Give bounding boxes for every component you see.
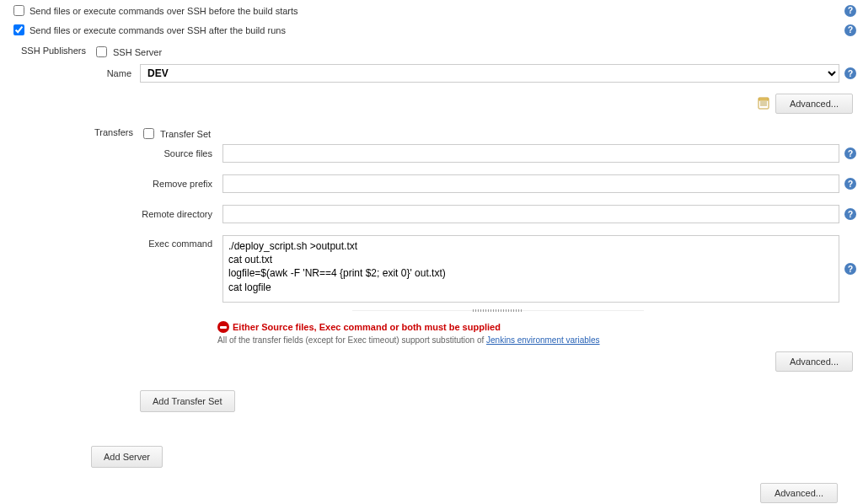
add-server-button[interactable]: Add Server [91, 446, 163, 468]
exec-command-textarea[interactable] [222, 235, 839, 303]
remote-directory-label: Remote directory [140, 209, 217, 219]
textarea-resize-grip[interactable] [352, 310, 644, 316]
transfer-set-label: Transfer Set [160, 129, 211, 139]
transfer-set-checkbox[interactable] [143, 128, 154, 139]
source-files-label: Source files [140, 148, 217, 158]
ssh-before-build-label: Send files or execute commands over SSH … [29, 6, 298, 16]
ssh-before-build-checkbox[interactable] [13, 5, 24, 16]
server-name-select[interactable]: DEV [140, 64, 839, 83]
add-transfer-set-button[interactable]: Add Transfer Set [140, 390, 235, 412]
help-icon[interactable]: ? [844, 208, 856, 220]
error-text: Either Source files, Exec command or bot… [233, 322, 501, 332]
help-icon[interactable]: ? [844, 263, 856, 275]
remove-prefix-label: Remove prefix [140, 179, 217, 189]
server-advanced-button[interactable]: Advanced... [775, 94, 853, 114]
ssh-after-build-checkbox[interactable] [13, 24, 24, 35]
notepad-icon [757, 97, 770, 110]
transfer-advanced-button[interactable]: Advanced... [775, 351, 853, 372]
remove-prefix-input[interactable] [222, 174, 839, 193]
exec-command-label: Exec command [140, 235, 217, 249]
transfers-section-label: Transfers [7, 126, 140, 137]
error-icon [217, 321, 229, 333]
help-icon[interactable]: ? [844, 178, 856, 190]
remote-directory-input[interactable] [222, 205, 839, 223]
bottom-advanced-button[interactable]: Advanced... [760, 483, 838, 503]
help-icon[interactable]: ? [844, 147, 856, 159]
help-icon[interactable]: ? [844, 5, 856, 17]
ssh-publishers-label: SSH Publishers [7, 44, 93, 56]
server-name-label: Name [93, 68, 135, 78]
svg-rect-1 [758, 98, 769, 100]
env-vars-link[interactable]: Jenkins environment variables [486, 335, 600, 345]
hint-text: All of the transfer fields (except for E… [217, 335, 486, 345]
source-files-input[interactable] [222, 144, 839, 163]
ssh-server-checkbox[interactable] [96, 46, 107, 57]
help-icon[interactable]: ? [844, 67, 856, 79]
ssh-server-section-label: SSH Server [113, 47, 162, 57]
help-icon[interactable]: ? [844, 24, 856, 36]
ssh-after-build-label: Send files or execute commands over SSH … [29, 25, 286, 35]
